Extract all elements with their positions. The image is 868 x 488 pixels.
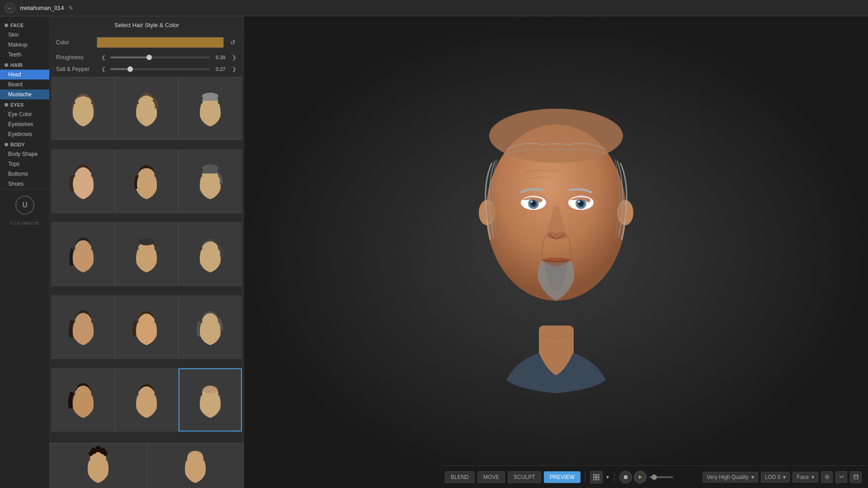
- viewport[interactable]: BLEND MOVE SCULPT PREVIEW ▾: [244, 16, 868, 488]
- sidebar-bottom: U 0.1.0-14941235: [0, 189, 49, 227]
- back-button[interactable]: ←: [5, 3, 15, 14]
- color-swatch[interactable]: [97, 37, 224, 48]
- eyes-section-header[interactable]: EYES: [0, 99, 49, 109]
- hair-style-10[interactable]: [52, 296, 115, 359]
- svg-point-56: [590, 189, 590, 190]
- playback-controls: [619, 471, 646, 483]
- face-dot: [5, 23, 8, 27]
- svg-point-11: [202, 164, 218, 172]
- salt-pepper-value: 0.27: [214, 66, 227, 72]
- eyes-section-label: EYES: [10, 102, 24, 108]
- salt-pepper-left-arrow[interactable]: ❮: [100, 66, 107, 72]
- stop-button[interactable]: [619, 471, 632, 483]
- grid-view-button[interactable]: [590, 471, 603, 483]
- svg-point-7: [202, 93, 218, 100]
- hair-style-14[interactable]: [115, 368, 178, 432]
- face-chevron: ▾: [811, 474, 814, 480]
- svg-rect-60: [594, 474, 596, 477]
- quality-chevron: ▾: [751, 474, 754, 480]
- preview-button[interactable]: PREVIEW: [544, 471, 580, 483]
- grid-dropdown-arrow[interactable]: ▾: [605, 474, 610, 480]
- salt-pepper-right-arrow[interactable]: ❯: [231, 66, 237, 72]
- svg-rect-62: [594, 478, 596, 480]
- hair-style-2[interactable]: [115, 77, 178, 140]
- pinned-hair-2[interactable]: [147, 443, 244, 488]
- hair-style-13[interactable]: [52, 368, 115, 432]
- face-section-label: FACE: [10, 23, 24, 28]
- sidebar-item-eyebrows[interactable]: Eyebrows: [0, 129, 49, 139]
- sidebar-item-eye-color[interactable]: Eye Color: [0, 109, 49, 119]
- sidebar-item-beard[interactable]: Beard: [0, 80, 49, 89]
- hair-style-7[interactable]: [52, 222, 115, 286]
- salt-pepper-track[interactable]: [110, 68, 210, 70]
- sidebar-item-teeth[interactable]: Teeth: [0, 50, 49, 60]
- settings-button[interactable]: [821, 471, 833, 483]
- body-section-header[interactable]: BODY: [0, 139, 49, 149]
- sidebar-item-shoes[interactable]: Shoes: [0, 179, 49, 189]
- hair-style-3[interactable]: [179, 77, 242, 140]
- pinned-hair-row: [50, 443, 244, 488]
- roughness-label: Roughness: [56, 54, 97, 61]
- roughness-row: Roughness ❮ 0.39 ❯: [50, 52, 244, 63]
- roughness-track[interactable]: [110, 56, 210, 58]
- play-button[interactable]: [634, 471, 646, 483]
- roughness-right-arrow[interactable]: ❯: [231, 54, 237, 61]
- quality-dropdown[interactable]: Very High Quality ▾: [703, 472, 758, 483]
- svg-point-52: [565, 185, 566, 186]
- reset-color-button[interactable]: ↺: [228, 38, 237, 47]
- timeline-position[interactable]: [651, 474, 657, 480]
- blend-button[interactable]: BLEND: [445, 471, 475, 483]
- color-row: Color ↺: [50, 33, 244, 52]
- sidebar-item-makeup[interactable]: Makeup: [0, 40, 49, 50]
- sidebar-item-body-shape[interactable]: Body Shape: [0, 149, 49, 159]
- pinned-hair-1[interactable]: [50, 443, 147, 488]
- svg-rect-61: [597, 474, 599, 477]
- hair-style-1[interactable]: [52, 77, 115, 140]
- sculpt-button[interactable]: SCULPT: [508, 471, 541, 483]
- hair-style-11[interactable]: [115, 296, 178, 359]
- svg-point-50: [489, 109, 623, 163]
- edit-icon[interactable]: ✎: [69, 5, 73, 11]
- roughness-value: 0.39: [214, 55, 227, 60]
- svg-rect-63: [597, 478, 599, 480]
- svg-marker-65: [639, 475, 642, 479]
- eyes-dot: [5, 103, 8, 107]
- sidebar-item-bottoms[interactable]: Bottoms: [0, 169, 49, 179]
- svg-point-14: [138, 238, 155, 245]
- left-sidebar: FACE Skin Makeup Teeth HAIR Head Beard M…: [0, 16, 50, 488]
- maximize-button[interactable]: [850, 471, 862, 483]
- hair-style-15[interactable]: [179, 368, 242, 432]
- face-dropdown[interactable]: Face ▾: [793, 472, 818, 483]
- sidebar-item-tops[interactable]: Tops: [0, 159, 49, 169]
- face-render: [425, 73, 687, 412]
- svg-point-44: [546, 232, 557, 239]
- sidebar-item-head[interactable]: Head: [0, 70, 49, 80]
- roughness-left-arrow[interactable]: ❮: [100, 54, 107, 61]
- lod-label: LOD 0: [765, 474, 781, 480]
- move-button[interactable]: MOVE: [477, 471, 505, 483]
- sidebar-item-skin[interactable]: Skin: [0, 30, 49, 40]
- hair-section-label: HAIR: [10, 62, 23, 68]
- svg-point-30: [188, 450, 203, 459]
- sidebar-item-mustache[interactable]: Mustache: [0, 89, 49, 99]
- svg-point-57: [556, 180, 557, 182]
- hair-style-12[interactable]: [179, 296, 242, 359]
- hair-style-9[interactable]: [179, 222, 242, 286]
- hair-section-header[interactable]: HAIR: [0, 60, 49, 70]
- sidebar-item-eyelashes[interactable]: Eyelashes: [0, 119, 49, 129]
- timeline-bar[interactable]: [649, 476, 673, 478]
- hair-style-8[interactable]: [115, 222, 178, 286]
- more-options-button[interactable]: [835, 471, 847, 483]
- face-section-header[interactable]: FACE: [0, 20, 49, 30]
- hair-panel: Select Hair Style & Color Color ↺ Roughn…: [50, 16, 244, 488]
- roughness-thumb[interactable]: [146, 55, 152, 60]
- hair-style-6[interactable]: [179, 150, 242, 213]
- hair-style-5[interactable]: [115, 150, 178, 213]
- lod-dropdown[interactable]: LOD 0 ▾: [761, 472, 790, 483]
- hair-style-4[interactable]: [52, 150, 115, 213]
- panel-title: Select Hair Style & Color: [50, 16, 244, 33]
- salt-pepper-thumb[interactable]: [127, 66, 133, 72]
- salt-pepper-row: Salt & Pepper ❮ 0.27 ❯: [50, 63, 244, 75]
- project-title: metahuman_014: [20, 5, 64, 11]
- face-label: Face: [797, 474, 809, 480]
